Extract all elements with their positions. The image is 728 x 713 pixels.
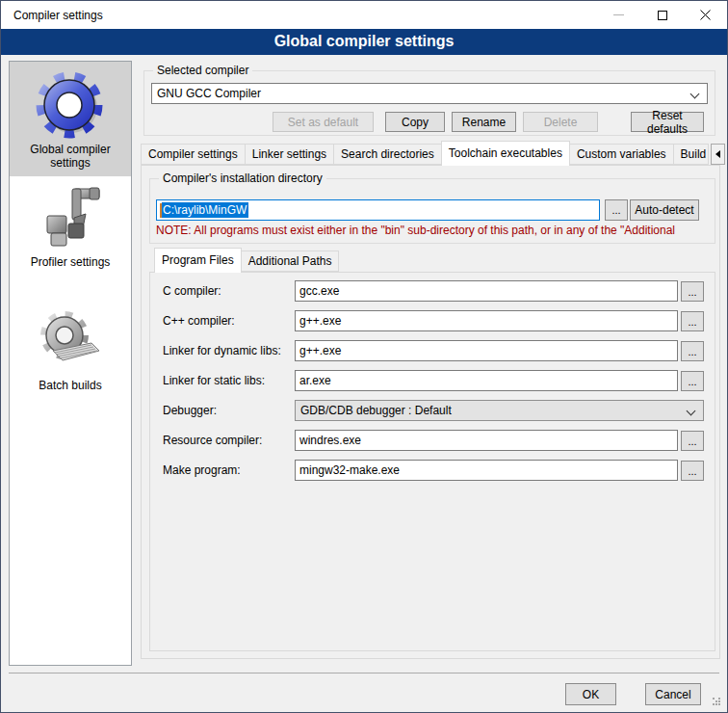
linker-static-browse-button[interactable]: ...	[681, 371, 704, 391]
installation-directory-input[interactable]: C:\raylib\MinGW	[156, 199, 600, 221]
c-compiler-browse-button[interactable]: ...	[681, 281, 704, 302]
installation-directory-note: NOTE: All programs must exist either in …	[156, 224, 713, 237]
sidebar-item-label: Global compiler settings	[30, 143, 110, 170]
compiler-settings-dialog: Compiler settings Global compiler settin…	[0, 0, 728, 713]
minimize-icon	[613, 14, 624, 15]
c-compiler-label: C compiler:	[163, 280, 221, 302]
debugger-select[interactable]: GDB/CDB debugger : Default	[295, 400, 704, 421]
cancel-button[interactable]: Cancel	[645, 683, 701, 705]
installation-directory-group: Compiler's installation directory C:\ray…	[149, 178, 715, 244]
delete-button[interactable]: Delete	[523, 112, 598, 132]
titlebar[interactable]: Compiler settings	[1, 1, 727, 29]
maximize-icon	[658, 11, 667, 20]
tab-compiler-settings[interactable]: Compiler settings	[141, 144, 246, 165]
installation-directory-legend: Compiler's installation directory	[159, 172, 326, 185]
auto-detect-button[interactable]: Auto-detect	[630, 199, 699, 221]
chevron-down-icon	[690, 90, 700, 99]
copy-button[interactable]: Copy	[385, 112, 445, 132]
compiler-select-value: GNU GCC Compiler	[157, 87, 261, 100]
cpp-compiler-browse-button[interactable]: ...	[681, 311, 704, 331]
tab-scroll-left-button[interactable]	[711, 144, 725, 165]
selected-compiler-legend: Selected compiler	[153, 64, 252, 77]
linker-dynamic-label: Linker for dynamic libs:	[163, 340, 281, 361]
subtab-additional-paths[interactable]: Additional Paths	[242, 251, 340, 272]
rename-button[interactable]: Rename	[452, 112, 516, 132]
sidebar-item-label: Profiler settings	[31, 255, 111, 269]
sidebar-item-label: Batch builds	[39, 379, 101, 392]
dialog-header: Global compiler settings	[1, 29, 727, 55]
window-title: Compiler settings	[1, 9, 103, 22]
sidebar-item-batch-builds[interactable]: Batch builds	[10, 306, 131, 401]
sidebar-item-global-compiler-settings[interactable]: Global compiler settings	[10, 62, 131, 176]
tab-toolchain-executables[interactable]: Toolchain executables	[441, 141, 570, 166]
make-program-label: Make program:	[163, 460, 241, 481]
make-program-browse-button[interactable]: ...	[681, 461, 704, 481]
compiler-select[interactable]: GNU GCC Compiler	[151, 83, 708, 104]
close-button[interactable]	[684, 1, 727, 29]
chevron-down-icon	[687, 407, 696, 416]
tab-search-directories[interactable]: Search directories	[334, 144, 442, 165]
blue-gear-icon	[36, 70, 105, 140]
batch-gear-stack-icon	[36, 306, 105, 376]
debugger-label: Debugger:	[163, 400, 217, 421]
selected-compiler-group: Selected compiler GNU GCC Compiler Set a…	[143, 70, 715, 136]
linker-static-label: Linker for static libs:	[163, 370, 265, 391]
cpp-compiler-input[interactable]	[295, 310, 678, 331]
files-subtabbar: Program Files Additional Paths	[155, 249, 339, 272]
set-as-default-button[interactable]: Set as default	[273, 112, 374, 132]
tab-scroll-left-icon	[715, 150, 720, 158]
subtab-program-files[interactable]: Program Files	[154, 248, 242, 273]
linker-static-input[interactable]	[295, 370, 678, 391]
ok-button[interactable]: OK	[565, 683, 616, 705]
resource-compiler-label: Resource compiler:	[163, 430, 262, 451]
linker-dynamic-input[interactable]	[295, 340, 678, 361]
window-controls	[597, 1, 727, 29]
main-tabbar: Compiler settings Linker settings Search…	[141, 142, 728, 165]
settings-category-list: Global compiler settings	[9, 61, 132, 666]
dialog-body: Global compiler settings	[2, 56, 726, 711]
resource-compiler-input[interactable]	[295, 430, 678, 451]
profiler-caliper-icon	[36, 183, 105, 252]
resize-grip[interactable]	[713, 698, 715, 700]
maximize-button[interactable]	[640, 1, 684, 29]
make-program-input[interactable]	[295, 460, 678, 481]
cpp-compiler-label: C++ compiler:	[163, 310, 235, 331]
installation-directory-value: C:\raylib\MinGW	[162, 202, 248, 218]
reset-defaults-button[interactable]: Reset defaults	[631, 112, 704, 132]
linker-dynamic-browse-button[interactable]: ...	[681, 341, 704, 361]
toolchain-executables-panel: Compiler's installation directory C:\ray…	[141, 165, 720, 659]
tab-linker-settings[interactable]: Linker settings	[246, 144, 334, 165]
resource-compiler-browse-button[interactable]: ...	[681, 431, 704, 451]
minimize-button[interactable]	[597, 1, 640, 29]
installation-directory-browse-button[interactable]: ...	[605, 199, 628, 221]
tab-build-options[interactable]: Build options	[674, 144, 709, 165]
sidebar-item-profiler-settings[interactable]: Profiler settings	[10, 183, 131, 279]
tab-custom-variables[interactable]: Custom variables	[570, 144, 674, 165]
footer-divider	[9, 673, 719, 673]
program-files-panel: C compiler: ... C++ compiler: ... Linker…	[149, 272, 715, 651]
close-icon	[700, 10, 711, 20]
debugger-select-value: GDB/CDB debugger : Default	[300, 404, 452, 417]
c-compiler-input[interactable]	[295, 280, 678, 302]
